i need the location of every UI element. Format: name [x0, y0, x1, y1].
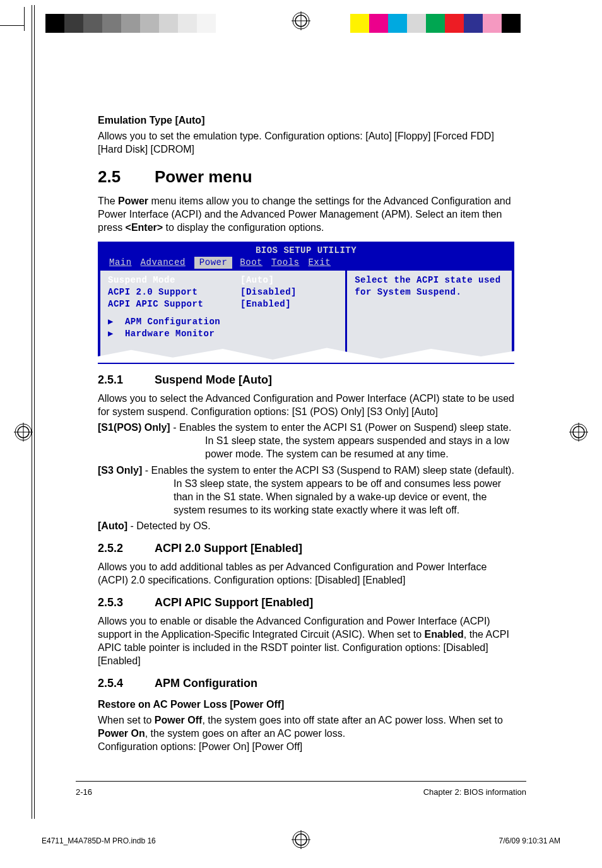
- bios-menu-bar: MainAdvancedPowerBootToolsExit: [100, 257, 512, 271]
- bios-menu-tools[interactable]: Tools: [271, 257, 309, 269]
- print-timestamp: 7/6/09 9:10:31 AM: [499, 836, 560, 845]
- s251-intro: Allows you to select the Advanced Config…: [98, 392, 514, 418]
- crop-marks: [0, 0, 602, 35]
- emulation-type-heading: Emulation Type [Auto]: [98, 114, 514, 127]
- section-2-5-heading: 2.5Power menu: [98, 166, 514, 187]
- section-2-5-4-heading: 2.5.4APM Configuration: [98, 676, 514, 691]
- section-2-5-1-heading: 2.5.1Suspend Mode [Auto]: [98, 373, 514, 388]
- registration-mark-icon: [292, 11, 310, 30]
- binding-guide: [32, 5, 32, 819]
- bios-menu-power[interactable]: Power: [194, 257, 233, 269]
- bios-option-row[interactable]: ACPI APIC Support[Enabled]: [108, 298, 338, 310]
- registration-mark-icon: [14, 423, 33, 442]
- print-job-name: E4711_M4A785D-M PRO.indb 16: [42, 836, 156, 845]
- bios-menu-exit[interactable]: Exit: [308, 257, 339, 269]
- bios-help-pane: Select the ACPI state used for System Su…: [347, 271, 512, 361]
- crop-corner-tl: [0, 0, 38, 38]
- bios-option-row[interactable]: ACPI 2.0 Support[Disabled]: [108, 286, 338, 298]
- binding-guide: [34, 5, 35, 819]
- bios-menu-boot[interactable]: Boot: [240, 257, 271, 269]
- section-2-5-intro: The Power menu items allow you to change…: [98, 194, 514, 234]
- restore-heading: Restore on AC Power Loss [Power Off]: [98, 698, 514, 711]
- section-2-5-3-heading: 2.5.3ACPI APIC Support [Enabled]: [98, 595, 514, 611]
- s251-options: [S1(POS) Only] - Enables the system to e…: [98, 421, 514, 532]
- emulation-type-body: Allows you to set the emulation type. Co…: [98, 129, 514, 156]
- grayscale-bar: [45, 14, 235, 33]
- restore-body: When set to Power Off, the system goes i…: [98, 713, 514, 753]
- bios-title: BIOS SETUP UTILITY: [100, 244, 512, 257]
- registration-mark-icon: [569, 423, 588, 442]
- bios-screenshot: BIOS SETUP UTILITY MainAdvancedPowerBoot…: [98, 242, 514, 364]
- bios-submenu-item[interactable]: ▶ APM Configuration: [108, 316, 338, 328]
- color-bar: [331, 14, 521, 33]
- s252-body: Allows you to add additional tables as p…: [98, 560, 514, 587]
- s253-body: Allows you to enable or disable the Adva…: [98, 614, 514, 667]
- section-2-5-2-heading: 2.5.2ACPI 2.0 Support [Enabled]: [98, 541, 514, 556]
- footer-rule: [76, 781, 526, 782]
- chapter-label: Chapter 2: BIOS information: [423, 787, 526, 797]
- page-body: Emulation Type [Auto] Allows you to set …: [98, 107, 514, 756]
- registration-mark-icon: [292, 830, 310, 849]
- bios-options-pane: Suspend Mode[Auto]ACPI 2.0 Support[Disab…: [100, 271, 347, 361]
- bios-menu-advanced[interactable]: Advanced: [141, 257, 194, 269]
- bios-option-row[interactable]: Suspend Mode[Auto]: [108, 274, 338, 286]
- bios-submenu-item[interactable]: ▶ Hardware Monitor: [108, 328, 338, 340]
- page-number: 2-16: [76, 787, 92, 797]
- bios-menu-main[interactable]: Main: [107, 257, 141, 269]
